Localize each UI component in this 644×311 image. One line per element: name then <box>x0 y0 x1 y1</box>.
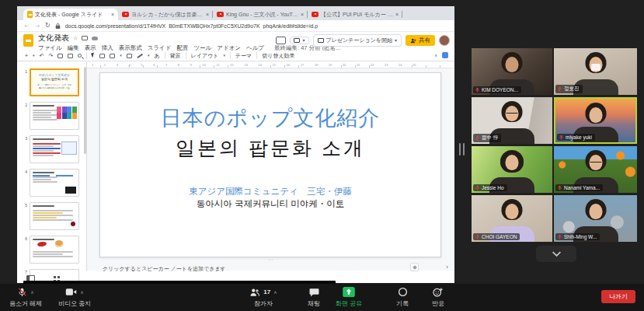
video-tile-nanami-yama[interactable]: Nanami Yama... <box>554 146 637 193</box>
explore-button[interactable] <box>410 263 419 271</box>
transition-button[interactable]: 切り替え効果 <box>262 52 294 60</box>
video-tile-choi-gayeon[interactable]: CHOI GAYEON <box>472 195 552 242</box>
chevron-right-icon[interactable]: › <box>446 264 448 271</box>
redo-button[interactable]: ↷ <box>48 53 53 58</box>
slide-title-japanese[interactable]: 日本のポップ文化紹介 <box>100 104 440 132</box>
insert-image-button[interactable] <box>110 54 115 58</box>
unmute-button[interactable]: ∧ 음소거 해제 <box>3 286 48 308</box>
share-screen-button[interactable]: 화면 공유 <box>329 286 368 308</box>
star-icon[interactable]: ☆ <box>73 35 78 41</box>
presenter-view-icon[interactable] <box>276 37 286 44</box>
slide-title-korean[interactable]: 일본의 팝문화 소개 <box>100 135 440 161</box>
google-slides-logo[interactable] <box>23 34 33 47</box>
collapse-videos-button[interactable] <box>536 246 576 262</box>
present-options-button[interactable]: ▾ <box>290 37 308 44</box>
panel-resize-handle[interactable] <box>459 143 465 156</box>
zoom-tool-button[interactable] <box>78 54 82 58</box>
close-icon[interactable]: × <box>395 12 399 17</box>
forward-icon[interactable]: → <box>34 23 40 29</box>
insert-text-button[interactable]: あ <box>154 53 159 58</box>
glasses <box>590 160 601 162</box>
editing-mode-icon[interactable] <box>442 52 448 58</box>
print-button[interactable] <box>57 54 63 58</box>
move-folder-icon[interactable] <box>82 36 88 40</box>
chevron-down-icon: ▾ <box>395 38 397 43</box>
video-tile-jessie-ho[interactable]: Jessie Ho <box>472 146 552 193</box>
close-icon[interactable]: × <box>301 12 304 17</box>
insert-shape-button[interactable] <box>127 54 132 58</box>
chevron-down-icon[interactable]: ▾ <box>120 54 122 58</box>
youtube-favicon <box>217 12 224 17</box>
speaker-notes-placeholder[interactable]: クリックするとスピーカー ノートを追加できます <box>103 265 226 273</box>
address-bar[interactable]: docs.google.com/presentation/d/1T4fHVX_B… <box>65 23 319 29</box>
slides-content-area: 1 日本のポップ文化紹介 일본의 팝문화 소개 東アジア国際コミュニティ 三宅・… <box>17 62 454 271</box>
current-slide[interactable]: 日本のポップ文化紹介 일본의 팝문화 소개 東アジア国際コミュニティ 三宅・伊藤… <box>99 72 441 257</box>
chevron-up-icon[interactable]: ∧ <box>80 290 83 295</box>
background-button[interactable]: 背景 <box>170 52 181 60</box>
start-presentation-button[interactable]: プレゼンテーションを開始 ▾ <box>313 34 402 47</box>
reactions-icon <box>433 287 444 297</box>
collapse-toolbar-icon[interactable]: ∧ <box>434 54 437 58</box>
browser-tab-youtube-1[interactable]: ヨルシカ - だから僕は音楽を辞めた... × <box>118 9 213 20</box>
chevron-down-icon[interactable]: ▾ <box>148 54 150 58</box>
chevron-down-icon <box>552 251 562 257</box>
slide-thumbnail-2[interactable] <box>30 102 79 130</box>
hamster-image-graphic <box>55 240 63 247</box>
document-title[interactable]: 文化発表 <box>38 33 69 44</box>
slide-thumbnail-5[interactable] <box>30 202 79 230</box>
participants-button[interactable]: 17 ∧ 참가자 <box>235 286 291 308</box>
video-tile-jeong-hojin[interactable]: 정호진 <box>554 48 637 95</box>
participant-name-label: Nanami Yama... <box>555 184 603 191</box>
stop-video-button[interactable]: ∧ 비디오 중지 <box>51 286 98 308</box>
cloud-status-icon <box>92 37 98 40</box>
participant-name-label: KIM DOYEON... <box>473 86 521 93</box>
leave-meeting-button[interactable]: 나가기 <box>601 290 635 303</box>
slide-thumbnail-1[interactable]: 日本のポップ文化紹介 일본의 팝문화 소개 東アジア国際コミュニティ 三宅・伊藤… <box>30 68 79 96</box>
chevron-down-icon[interactable]: ▾ <box>33 54 35 58</box>
slide-thumbnail-4[interactable] <box>30 169 79 197</box>
slide-subtitle-japanese[interactable]: 東アジア国際コミュニティ 三宅・伊藤 <box>100 186 440 197</box>
slide-thumbnail-6[interactable] <box>30 236 79 264</box>
video-tile-hatanaka[interactable]: 畠中 惇 <box>472 97 552 144</box>
reactions-button[interactable]: 반응 <box>423 286 453 308</box>
browser-tab-youtube-2[interactable]: King Gnu - 三文小説 - YouTube × <box>213 9 308 20</box>
select-tool-button[interactable] <box>91 52 96 58</box>
slide-number: 6 <box>20 236 27 241</box>
share-button[interactable]: 共有 <box>406 35 435 46</box>
video-tile-shih-ming[interactable]: Shih-Ming W... <box>554 195 637 242</box>
grid-view-icon[interactable] <box>54 276 56 278</box>
toolbar-divider <box>230 52 231 59</box>
toolbar-divider <box>186 52 186 59</box>
filmstrip-scrollbar[interactable] <box>84 67 86 154</box>
back-icon[interactable]: ← <box>23 23 30 29</box>
slide-subtitle-korean[interactable]: 동아시아 국제커뮤니티 미야케・이토 <box>100 198 440 210</box>
video-tile-miyake-yuki-active-speaker[interactable]: miyake yuki <box>554 97 637 144</box>
theme-button[interactable]: テーマ <box>235 52 252 60</box>
refresh-icon[interactable]: ↻ <box>45 23 50 29</box>
browser-tab-slides[interactable]: 文化発表 - Google スライド × <box>23 9 118 20</box>
chevron-up-icon[interactable]: ∧ <box>30 290 33 295</box>
chat-button[interactable]: 채팅 <box>298 286 329 308</box>
slide-thumbnail-3[interactable] <box>30 135 79 163</box>
layout-button[interactable]: レイアウト <box>191 52 219 60</box>
presentation-icon <box>318 38 324 43</box>
record-button[interactable]: 기록 <box>388 286 417 308</box>
browser-tab-youtube-3[interactable]: 【公式】PUI PUI モルカー 第1話... × <box>308 9 402 20</box>
chevron-down-icon[interactable]: ▾ <box>223 54 225 58</box>
chevron-up-icon[interactable]: ∧ <box>273 290 277 295</box>
close-icon[interactable]: × <box>111 12 114 17</box>
new-slide-button[interactable]: + <box>25 53 28 58</box>
textbox-button[interactable] <box>99 54 105 58</box>
close-icon[interactable]: × <box>206 12 209 17</box>
tab-title: 文化発表 - Google スライド <box>35 11 109 19</box>
undo-button[interactable]: ↶ <box>40 53 44 58</box>
video-tile-kim-doyeon[interactable]: KIM DOYEON... <box>472 48 552 95</box>
muted-mic-icon <box>475 185 480 190</box>
notes-resize-handle[interactable]: ⋯ <box>269 257 273 262</box>
slide-number: 5 <box>20 203 27 208</box>
share-screen-icon <box>343 287 355 297</box>
insert-line-button[interactable] <box>137 54 142 58</box>
account-avatar[interactable] <box>439 35 450 46</box>
text-box-graphic <box>61 142 77 155</box>
paint-format-button[interactable] <box>68 54 73 58</box>
